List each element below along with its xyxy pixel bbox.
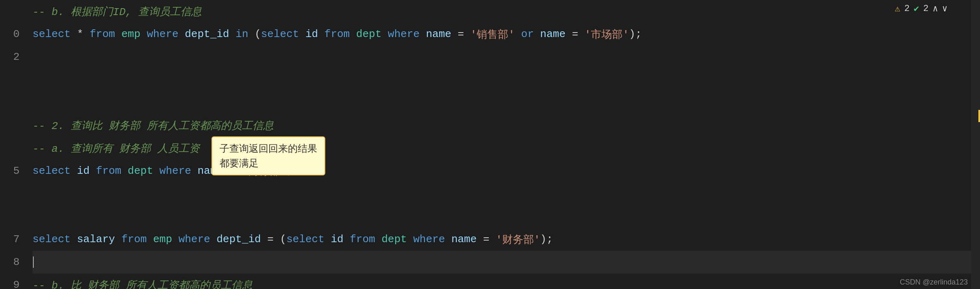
code-line-comment-1: -- b. 根据部门ID, 查询员工信息 (33, 0, 971, 23)
col-name-4: name (445, 233, 483, 245)
col-deptid-1: dept_id (179, 28, 235, 40)
editor-container: ⚠ 2 ✔ 2 ∧ ∨ 0 2 5 7 8 9 0 -- b. 根据部门ID, … (0, 0, 980, 289)
kw-from-5: from (350, 233, 375, 245)
line-num-6 (0, 114, 20, 137)
line-num-9 (0, 182, 20, 205)
kw-where-3: where (159, 165, 191, 177)
sym-star-1: * (71, 28, 90, 40)
line-num-1 (0, 0, 20, 23)
kw-from-3: from (96, 165, 121, 177)
comment-text-4: -- b. 比 财务部 所有人工资都高的员工信息 (33, 278, 253, 289)
line-num-2: 0 (0, 23, 20, 46)
code-line-empty-1 (33, 46, 971, 68)
kw-select-5: select (286, 233, 324, 245)
code-line-comment-3: -- a. 查询所有 财务部 人员工资 (33, 137, 971, 160)
code-line-3: select salary from emp where dept_id = (… (33, 228, 971, 251)
line-num-3: 2 (0, 46, 20, 68)
op-eq-2: = (566, 28, 585, 40)
col-id-1: id (299, 28, 324, 40)
warning-icon: ⚠ (895, 3, 900, 14)
code-line-empty-2 (33, 68, 971, 91)
col-id-3: id (324, 233, 350, 245)
tbl-dept-3: dept (375, 233, 414, 245)
code-area[interactable]: -- b. 根据部门ID, 查询员工信息 select * from emp w… (24, 0, 971, 289)
code-line-1: select * from emp where dept_id in ( sel… (33, 23, 971, 46)
str-shichangbu: '市场部' (585, 27, 629, 42)
col-name-1: name (420, 28, 458, 40)
kw-where-1: where (147, 28, 179, 40)
tbl-emp-1: emp (115, 28, 147, 40)
warning-count: 2 (904, 4, 910, 14)
punct-paren-1: ( (248, 28, 261, 40)
kw-select-2: select (261, 28, 299, 40)
code-line-empty-4 (33, 182, 971, 205)
comment-text-1: -- b. 根据部门ID, 查询员工信息 (33, 4, 202, 19)
col-deptid-2: dept_id (210, 233, 267, 245)
kw-from-4: from (121, 233, 146, 245)
line-num-7 (0, 137, 20, 160)
code-line-2: select id from dept where name = '财务部' ; (33, 160, 971, 182)
col-name-2: name (540, 28, 565, 40)
down-arrow[interactable]: ∨ (942, 3, 947, 14)
right-scrollbar[interactable] (971, 0, 980, 289)
tooltip-line-2: 都要满足 (220, 156, 317, 171)
code-line-empty-3 (33, 91, 971, 114)
punct-oparen-2: ( (280, 233, 287, 245)
kw-from-2: from (324, 28, 350, 40)
op-eq-4: = (267, 233, 280, 245)
kw-where-4: where (179, 233, 210, 245)
punct-close-2: ); (540, 233, 553, 245)
top-indicators: ⚠ 2 ✔ 2 ∧ ∨ (895, 3, 947, 14)
kw-from-1: from (89, 28, 115, 40)
line-num-5 (0, 91, 20, 114)
tbl-dept-2: dept (121, 165, 159, 177)
line-num-8: 5 (0, 160, 20, 182)
tbl-emp-2: emp (147, 233, 179, 245)
kw-where-5: where (413, 233, 445, 245)
comment-text-2: -- 2. 查询比 财务部 所有人工资都高的员工信息 (33, 118, 274, 133)
line-numbers: 0 2 5 7 8 9 0 (0, 0, 24, 289)
line-num-11: 7 (0, 228, 20, 251)
check-icon: ✔ (914, 3, 919, 14)
kw-or-1: or (515, 28, 540, 40)
up-arrow[interactable]: ∧ (933, 3, 938, 14)
op-eq-5: = (483, 233, 496, 245)
str-caiwubu-2: '财务部' (496, 232, 540, 247)
code-line-comment-4: -- b. 比 财务部 所有人工资都高的员工信息 (33, 274, 971, 289)
kw-select-3: select (33, 165, 71, 177)
comment-text-3: -- a. 查询所有 财务部 人员工资 (33, 141, 200, 155)
tbl-dept-1: dept (350, 28, 388, 40)
kw-where-2: where (388, 28, 420, 40)
kw-select-4: select (33, 233, 71, 245)
line-num-12: 8 (0, 251, 20, 274)
check-count: 2 (923, 4, 928, 14)
kw-select-1: select (33, 28, 71, 40)
line-num-10 (0, 205, 20, 228)
line-num-4 (0, 68, 20, 91)
op-eq-1: = (458, 28, 470, 40)
punct-close-1: ); (629, 28, 642, 40)
tooltip-line-1: 子查询返回回来的结果 (220, 141, 317, 156)
tooltip-popup: 子查询返回回来的结果 都要满足 (211, 136, 325, 175)
str-xiaoshoubu: '销售部' (470, 27, 515, 42)
col-id-2: id (71, 165, 96, 177)
sidebar-warning-marker (978, 110, 980, 122)
line-num-13: 9 (0, 274, 20, 289)
col-salary-1: salary (71, 233, 122, 245)
code-line-empty-5 (33, 205, 971, 228)
text-cursor (33, 256, 34, 268)
code-line-cursor[interactable] (33, 251, 971, 274)
kw-in-1: in (235, 28, 248, 40)
attribution: CSDN @zerlinda123 (900, 278, 968, 287)
code-line-comment-2: -- 2. 查询比 财务部 所有人工资都高的员工信息 (33, 114, 971, 137)
